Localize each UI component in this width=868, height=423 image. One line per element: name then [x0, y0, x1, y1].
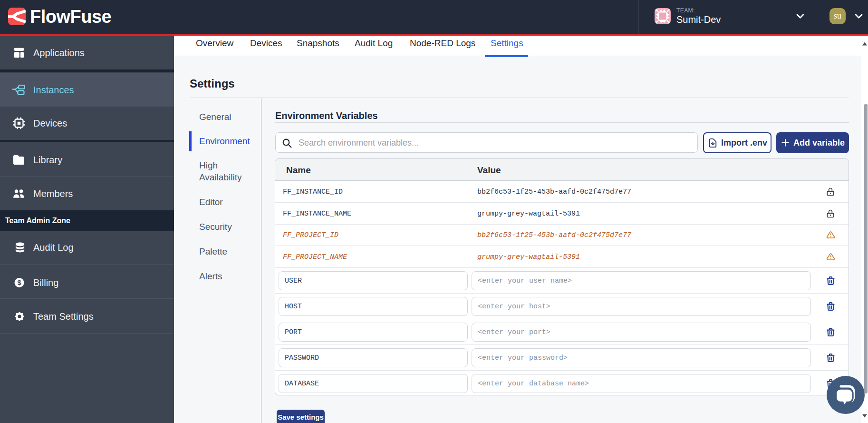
svg-text:$: $	[17, 279, 21, 286]
